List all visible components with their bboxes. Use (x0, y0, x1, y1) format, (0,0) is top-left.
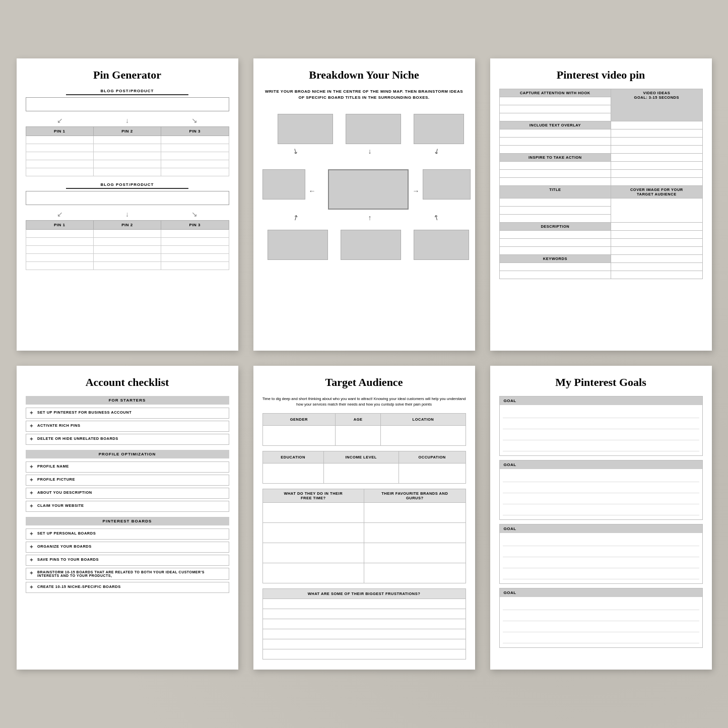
ta-education-header: EDUCATION (262, 451, 323, 464)
pg-arrows2: ↙↓↘ (26, 210, 229, 218)
card-pinterest-video-pin: Pinterest video pin CAPTURE ATTENTION WI… (490, 58, 712, 351)
ac-item-save-pins[interactable]: ✦ SAVE PINS TO YOUR BOARDS (26, 555, 229, 566)
ac-plus-icon-3: ✦ (29, 436, 34, 442)
card-target-audience: Target Audience Time to dig deep and sho… (253, 366, 475, 670)
goal-line[interactable] (503, 633, 699, 643)
ac-item-activate-rich[interactable]: ✦ ACTIVATE RICH PINS (26, 421, 229, 432)
breakdown-niche-desc: WRITE YOUR BROAD NICHE IN THE CENTRE OF … (262, 89, 466, 101)
goal-box-4: GOAL (499, 588, 703, 648)
mm-box-tr[interactable] (414, 114, 464, 144)
ta-location-header: LOCATION (381, 414, 466, 426)
goal-line[interactable] (503, 419, 699, 429)
ac-plus-icon-6: ✦ (29, 490, 34, 496)
ac-item-create-niche-boards[interactable]: ✦ CREATE 10-15 NICHE-SPECIFIC BOARDS (26, 582, 229, 593)
mm-box-bc[interactable] (341, 230, 401, 260)
mm-arrow-tr: ↙ (432, 146, 441, 156)
ta-location-cell[interactable] (381, 426, 466, 446)
ta-occupation-header: OCCUPATION (399, 451, 466, 464)
pg-th2-pin3: PIN 3 (161, 220, 229, 229)
goal-line[interactable] (503, 483, 699, 493)
pg-th2-pin2: PIN 2 (93, 220, 161, 229)
goal-lines-3[interactable] (500, 533, 702, 583)
mm-box-bl[interactable] (268, 230, 328, 260)
goal-line[interactable] (503, 611, 699, 621)
pvp-cover-image-header: COVER IMAGE FOR YOURTARGET AUDIENCE (611, 185, 702, 198)
pvp-title-header: TITLE (499, 185, 611, 198)
goal-line[interactable] (503, 600, 699, 610)
goal-line[interactable] (503, 441, 699, 451)
goal-box-3: GOAL (499, 524, 703, 584)
mindmap: ↘ ↓ ↙ ← → ↗ ↑ ↖ (262, 109, 466, 280)
pg-th2-pin1: PIN 1 (26, 220, 93, 229)
pg-section1-label: BLOG POST/PRODUCT (66, 89, 188, 95)
ac-item-delete-boards[interactable]: ✦ DELETE OR HIDE UNRELATED BOARDS (26, 434, 229, 445)
ta-frustrations-header: WHAT ARE SOME OF THEIR BIGGEST FRUSTRATI… (262, 589, 466, 599)
pvp-keywords-header: KEYWORDS (499, 254, 611, 262)
ac-item-setup-pinterest[interactable]: ✦ SET UP PINTEREST FOR BUSINESS ACCOUNT (26, 408, 229, 419)
goal-line[interactable] (503, 494, 699, 504)
ta-education-cell[interactable] (262, 464, 323, 484)
ac-item-profile-name[interactable]: ✦ PROFILE NAME (26, 461, 229, 473)
goal-line[interactable] (503, 569, 699, 579)
goal-line[interactable] (503, 505, 699, 515)
pg-section2-label: BLOG POST/PRODUCT (66, 182, 188, 189)
ac-item-organize-boards[interactable]: ✦ ORGANIZE YOUR BOARDS (26, 542, 229, 553)
ac-item-brainstorm-boards[interactable]: ✦ BRAINSTORM 10-15 BOARDS THAT ARE RELAT… (26, 568, 229, 580)
pg-th-pin2: PIN 2 (93, 126, 161, 136)
ac-plus-icon-1: ✦ (29, 410, 34, 416)
ta-income-header: INCOME LEVEL (323, 451, 399, 464)
ta-occupation-cell[interactable] (399, 464, 466, 484)
mm-box-l[interactable] (262, 169, 305, 200)
ta-demo-table1: GENDER AGE LOCATION (262, 413, 466, 446)
mm-arrow-tc: ↓ (368, 147, 372, 155)
goal-line[interactable] (503, 622, 699, 632)
card-pin-generator: Pin Generator BLOG POST/PRODUCT ↙↓↘ PIN … (17, 58, 238, 351)
account-checklist-title: Account checklist (26, 376, 229, 389)
goal-line[interactable] (503, 547, 699, 557)
target-audience-desc: Time to dig deep and short thinking abou… (262, 396, 466, 408)
ta-gender-cell[interactable] (262, 426, 336, 446)
mm-arrow-br: ↖ (432, 213, 441, 223)
card-account-checklist: Account checklist FOR STARTERS ✦ SET UP … (17, 366, 238, 670)
mm-box-br[interactable] (414, 230, 469, 260)
mm-arrow-l: ← (309, 187, 316, 195)
ta-income-cell[interactable] (323, 464, 399, 484)
goal-lines-4[interactable] (500, 597, 702, 647)
mm-box-tl[interactable] (278, 114, 333, 144)
ta-demo-table2: EDUCATION INCOME LEVEL OCCUPATION (262, 451, 466, 484)
ac-plus-icon-11: ✦ (29, 570, 34, 576)
mm-box-r[interactable] (423, 169, 471, 200)
goal-line[interactable] (503, 430, 699, 440)
ac-plus-icon-2: ✦ (29, 423, 34, 429)
breakdown-niche-title: Breakdown Your Niche (262, 69, 466, 82)
pg-table2: PIN 1 PIN 2 PIN 3 (26, 220, 229, 270)
my-pinterest-goals-title: My Pinterest Goals (499, 376, 703, 389)
pg-input2[interactable] (26, 191, 229, 205)
pvp-description-header: DESCRIPTION (499, 222, 611, 230)
mm-box-tc[interactable] (346, 114, 401, 144)
goal-lines-1[interactable] (500, 405, 702, 455)
goal-line[interactable] (503, 408, 699, 418)
mm-box-center[interactable] (328, 169, 409, 210)
ac-plus-icon-10: ✦ (29, 557, 34, 563)
ac-item-about-desc[interactable]: ✦ ABOUT YOU DESCRIPTION (26, 488, 229, 499)
ta-age-cell[interactable] (336, 426, 381, 446)
pvp-inspire-header: INSPIRE TO TAKE ACTION (499, 153, 611, 161)
ac-item-claim-website[interactable]: ✦ CLAIM YOUR WEBSITE (26, 501, 229, 512)
ac-plus-icon-12: ✦ (29, 584, 34, 590)
main-grid: Pin Generator BLOG POST/PRODUCT ↙↓↘ PIN … (17, 58, 712, 670)
ac-section-starters: FOR STARTERS (26, 396, 229, 405)
ac-item-profile-picture[interactable]: ✦ PROFILE PICTURE (26, 475, 229, 486)
ac-plus-icon-7: ✦ (29, 503, 34, 509)
mm-arrow-tl: ↘ (291, 146, 300, 156)
card-breakdown-niche: Breakdown Your Niche WRITE YOUR BROAD NI… (253, 58, 475, 351)
ac-item-setup-personal[interactable]: ✦ SET UP PERSONAL BOARDS (26, 528, 229, 540)
goal-line[interactable] (503, 558, 699, 568)
goal-line[interactable] (503, 472, 699, 482)
pvp-text-overlay-header: INCLUDE TEXT OVERLAY (499, 121, 611, 129)
pg-input1[interactable] (26, 97, 229, 111)
goal-line[interactable] (503, 536, 699, 546)
goal-lines-2[interactable] (500, 469, 702, 519)
pvp-video-ideas-header: VIDEO IDEASGOAL: 3-15 SECONDS (611, 89, 702, 121)
goal-label-1: GOAL (500, 396, 702, 405)
